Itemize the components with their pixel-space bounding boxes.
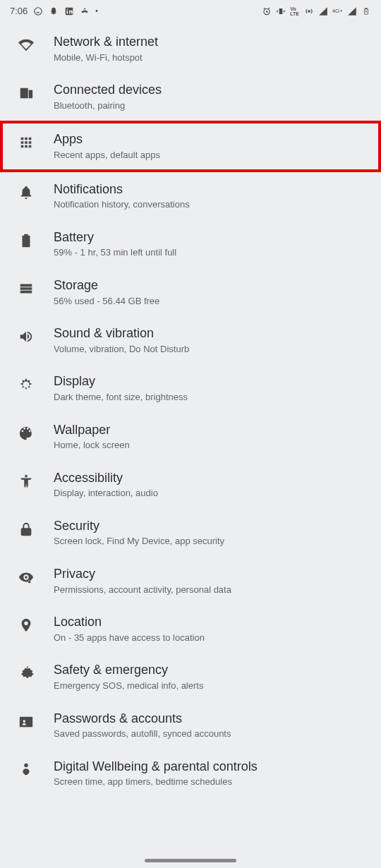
- notifications-icon: [17, 183, 35, 202]
- setting-text: Apps Recent apps, default apps: [54, 132, 374, 160]
- setting-item-battery[interactable]: Battery 59% - 1 hr, 53 min left until fu…: [0, 220, 381, 268]
- setting-item-wallpaper[interactable]: Wallpaper Home, lock screen: [0, 413, 381, 461]
- setting-subtitle: Saved passwords, autofill, synced accoun…: [54, 728, 374, 740]
- accessibility-icon: [17, 472, 35, 490]
- settings-list[interactable]: Network & internet Mobile, Wi-Fi, hotspo…: [0, 19, 381, 797]
- security-icon: [17, 520, 35, 538]
- network-type: 4G+: [332, 8, 343, 14]
- setting-subtitle: Display, interaction, audio: [54, 488, 374, 499]
- setting-text: Connected devices Bluetooth, pairing: [54, 83, 374, 111]
- setting-subtitle: Permissions, account activity, personal …: [54, 584, 374, 596]
- wifi-icon: [17, 36, 35, 54]
- setting-title: Notifications: [54, 182, 374, 198]
- setting-item-storage[interactable]: Storage 56% used - 56.44 GB free: [0, 268, 381, 316]
- setting-text: Security Screen lock, Find My Device, ap…: [54, 519, 374, 547]
- status-dot: •: [95, 7, 98, 15]
- setting-title: Connected devices: [54, 83, 374, 98]
- setting-title: Security: [54, 519, 374, 534]
- svg-point-0: [35, 7, 42, 15]
- location-icon: [17, 616, 35, 634]
- setting-subtitle: Dark theme, font size, brightness: [54, 392, 374, 403]
- devices-icon: [17, 84, 35, 102]
- status-bar: 7:06 • VoLTE 4G+: [0, 0, 381, 19]
- setting-item-network-internet[interactable]: Network & internet Mobile, Wi-Fi, hotspo…: [0, 25, 381, 73]
- setting-subtitle: Emergency SOS, medical info, alerts: [54, 680, 374, 692]
- setting-item-sound-vibration[interactable]: Sound & vibration Volume, vibration, Do …: [0, 316, 381, 364]
- setting-text: Digital Wellbeing & parental controls Sc…: [54, 759, 374, 788]
- setting-item-security[interactable]: Security Screen lock, Find My Device, ap…: [0, 509, 381, 557]
- setting-item-privacy[interactable]: Privacy Permissions, account activity, p…: [0, 557, 381, 605]
- setting-text: Wallpaper Home, lock screen: [54, 423, 374, 451]
- setting-subtitle: Bluetooth, pairing: [54, 100, 374, 111]
- setting-title: Network & internet: [54, 35, 374, 50]
- signal-icon-2: [347, 6, 357, 16]
- privacy-icon: [17, 568, 35, 586]
- status-left: 7:06 •: [10, 6, 98, 16]
- setting-title: Passwords & accounts: [54, 711, 374, 727]
- svg-rect-8: [365, 8, 368, 8]
- setting-item-digital-wellbeing[interactable]: Digital Wellbeing & parental controls Sc…: [0, 749, 381, 797]
- setting-text: Location On - 35 apps have access to loc…: [54, 615, 374, 643]
- setting-text: Privacy Permissions, account activity, p…: [54, 567, 374, 595]
- setting-subtitle: On - 35 apps have access to location: [54, 632, 374, 644]
- setting-text: Storage 56% used - 56.44 GB free: [54, 278, 374, 306]
- setting-title: Privacy: [54, 567, 374, 582]
- status-right: VoLTE 4G+: [262, 6, 371, 16]
- apps-icon: [17, 133, 35, 152]
- wallpaper-icon: [17, 424, 35, 442]
- setting-subtitle: Mobile, Wi-Fi, hotspot: [54, 52, 374, 64]
- battery-status-icon: [361, 6, 371, 16]
- setting-subtitle: Screen lock, Find My Device, app securit…: [54, 536, 374, 547]
- setting-item-passwords-accounts[interactable]: Passwords & accounts Saved passwords, au…: [0, 701, 381, 749]
- setting-title: Wallpaper: [54, 423, 374, 438]
- setting-item-apps[interactable]: Apps Recent apps, default apps: [0, 121, 381, 171]
- setting-subtitle: Screen time, app timers, bedtime schedul…: [54, 776, 374, 788]
- setting-text: Passwords & accounts Saved passwords, au…: [54, 711, 374, 740]
- snapchat-icon: [49, 6, 59, 16]
- setting-text: Safety & emergency Emergency SOS, medica…: [54, 663, 374, 691]
- svg-point-6: [308, 10, 309, 11]
- setting-title: Digital Wellbeing & parental controls: [54, 759, 374, 775]
- setting-subtitle: Volume, vibration, Do Not Disturb: [54, 344, 374, 355]
- missed-call-icon: [80, 6, 90, 16]
- nav-handle[interactable]: [145, 859, 236, 862]
- setting-item-notifications[interactable]: Notifications Notification history, conv…: [0, 172, 381, 220]
- setting-item-connected-devices[interactable]: Connected devices Bluetooth, pairing: [0, 73, 381, 121]
- setting-subtitle: 56% used - 56.44 GB free: [54, 296, 374, 307]
- setting-title: Accessibility: [54, 471, 374, 486]
- linkedin-icon: [64, 6, 74, 16]
- setting-text: Display Dark theme, font size, brightnes…: [54, 374, 374, 402]
- alarm-icon: [262, 6, 272, 16]
- setting-title: Sound & vibration: [54, 326, 374, 342]
- setting-text: Battery 59% - 1 hr, 53 min left until fu…: [54, 230, 374, 258]
- svg-rect-5: [279, 8, 282, 13]
- setting-title: Display: [54, 374, 374, 390]
- safety-icon: [17, 664, 35, 682]
- svg-point-3: [67, 8, 68, 10]
- signal-icon-1: [318, 6, 328, 16]
- setting-subtitle: 59% - 1 hr, 53 min left until full: [54, 247, 374, 258]
- sound-icon: [17, 327, 35, 346]
- storage-icon: [17, 279, 35, 298]
- setting-text: Accessibility Display, interaction, audi…: [54, 471, 374, 499]
- setting-item-safety-emergency[interactable]: Safety & emergency Emergency SOS, medica…: [0, 653, 381, 701]
- setting-text: Sound & vibration Volume, vibration, Do …: [54, 326, 374, 354]
- setting-item-location[interactable]: Location On - 35 apps have access to loc…: [0, 605, 381, 653]
- setting-text: Notifications Notification history, conv…: [54, 182, 374, 210]
- setting-title: Battery: [54, 230, 374, 246]
- volte-icon: VoLTE: [290, 6, 300, 16]
- setting-item-accessibility[interactable]: Accessibility Display, interaction, audi…: [0, 461, 381, 509]
- setting-item-display[interactable]: Display Dark theme, font size, brightnes…: [0, 364, 381, 412]
- setting-subtitle: Notification history, conversations: [54, 199, 374, 210]
- setting-title: Storage: [54, 278, 374, 294]
- whatsapp-icon: [33, 6, 43, 16]
- vibrate-icon: [276, 6, 286, 16]
- setting-text: Network & internet Mobile, Wi-Fi, hotspo…: [54, 35, 374, 63]
- accounts-icon: [17, 713, 35, 731]
- hotspot-icon: [304, 6, 314, 16]
- setting-title: Safety & emergency: [54, 663, 374, 678]
- setting-title: Location: [54, 615, 374, 630]
- wellbeing-icon: [17, 761, 35, 779]
- status-time: 7:06: [10, 6, 28, 16]
- setting-subtitle: Recent apps, default apps: [54, 150, 374, 161]
